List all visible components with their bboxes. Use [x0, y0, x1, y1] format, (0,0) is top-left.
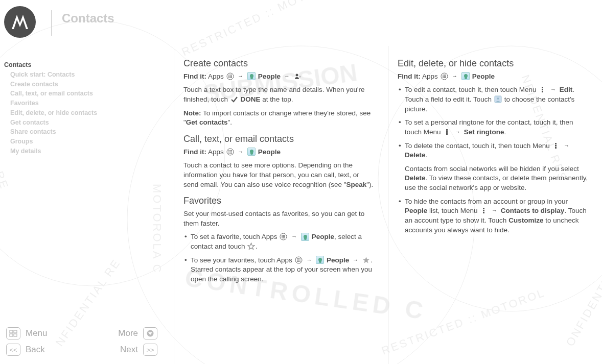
- menu-icon[interactable]: [6, 327, 20, 339]
- sidebar-item-groups[interactable]: Groups: [0, 137, 153, 147]
- main-content: Create contacts Find it: Apps → People →…: [174, 46, 602, 364]
- list-item: To see your favorites, touch Apps → Peop…: [183, 256, 375, 284]
- svg-point-66: [443, 77, 444, 78]
- svg-point-23: [231, 76, 232, 77]
- svg-point-38: [231, 153, 232, 154]
- findit-create: Find it: Apps → People → +: [183, 72, 375, 82]
- menu-label[interactable]: Menu: [26, 328, 48, 338]
- more-label[interactable]: More: [118, 328, 138, 338]
- text: To set a favorite, touch Apps: [191, 233, 279, 240]
- sidebar-item-share[interactable]: Share contacts: [0, 127, 153, 137]
- svg-rect-70: [542, 89, 543, 90]
- star-outline-icon: [247, 242, 255, 250]
- sidebar-item-create[interactable]: Create contacts: [0, 80, 153, 89]
- add-person-icon: +: [294, 72, 302, 80]
- svg-point-56: [297, 261, 298, 262]
- list-item: To set a personal ringtone for the conta…: [398, 118, 589, 137]
- sidebar-item-mydetails[interactable]: My details: [0, 147, 153, 156]
- svg-point-46: [282, 237, 283, 238]
- people-word: People: [327, 256, 349, 264]
- done-word: DONE: [241, 95, 261, 103]
- people-icon: [301, 233, 309, 241]
- ringtone-word: Set ringtone: [464, 128, 504, 136]
- svg-rect-13: [14, 330, 17, 333]
- column-right: Edit, delete, or hide contacts Find it: …: [388, 46, 602, 364]
- svg-point-40: [282, 235, 283, 236]
- apps-icon: [441, 72, 448, 80]
- svg-point-62: [445, 75, 446, 76]
- svg-point-61: [444, 75, 445, 76]
- svg-point-50: [297, 258, 298, 259]
- next-icon[interactable]: >>: [143, 344, 157, 356]
- call-p1: Touch a contact to see more options. Dep…: [183, 161, 375, 189]
- sidebar-item-contacts[interactable]: Contacts: [0, 60, 153, 70]
- svg-point-51: [298, 258, 299, 259]
- arrow-icon: →: [564, 142, 569, 150]
- svg-point-34: [229, 151, 230, 152]
- findit-call: Find it: Apps → People: [183, 148, 375, 157]
- footer-nav: Menu More << Back Next >>: [2, 325, 161, 358]
- apps-word: Apps: [208, 148, 224, 156]
- people-icon: [247, 72, 256, 80]
- sidebar-item-get[interactable]: Get contacts: [0, 118, 153, 128]
- create-p1: Touch a text box to type the name and de…: [183, 85, 375, 104]
- column-left: Create contacts Find it: Apps → People →…: [174, 46, 388, 364]
- text: To edit a contact, touch it, then touch …: [405, 86, 538, 93]
- sidebar-item-call[interactable]: Call, text, or email contacts: [0, 89, 153, 99]
- heading-create-contacts: Create contacts: [183, 57, 375, 70]
- svg-point-58: [299, 261, 300, 262]
- sidebar-item-favorites[interactable]: Favorites: [0, 99, 153, 108]
- svg-point-33: [228, 151, 229, 152]
- svg-point-20: [231, 75, 232, 76]
- edit-word: Edit: [560, 86, 573, 93]
- svg-rect-76: [446, 133, 448, 135]
- arrow-icon: →: [284, 72, 290, 80]
- page-title: Contacts: [62, 11, 114, 26]
- arrow-icon: →: [238, 72, 243, 80]
- menu-dots-icon: [552, 142, 560, 150]
- svg-rect-71: [542, 91, 543, 92]
- svg-rect-12: [10, 330, 13, 333]
- get-contacts-link[interactable]: Get contacts: [186, 118, 228, 126]
- sidebar-item-edit[interactable]: Edit, delete, or hide contacts: [0, 108, 153, 118]
- text: ").: [366, 181, 373, 188]
- back-label[interactable]: Back: [26, 345, 45, 355]
- more-icon[interactable]: [143, 327, 157, 339]
- people-icon: [316, 256, 324, 264]
- arrow-icon: →: [452, 72, 457, 80]
- menu-dots-icon: [480, 207, 488, 214]
- svg-point-27: [295, 74, 298, 76]
- heading-edit-contacts: Edit, delete, or hide contacts: [398, 57, 589, 70]
- svg-point-35: [231, 151, 232, 152]
- svg-rect-74: [446, 129, 448, 131]
- svg-point-42: [284, 235, 285, 236]
- people-word: People: [312, 233, 334, 240]
- list-item: To delete the contact, touch it, then to…: [398, 141, 589, 193]
- svg-point-48: [284, 237, 285, 238]
- findit-edit: Find it: Apps → People: [398, 72, 589, 82]
- delete-word: Delete: [405, 151, 426, 159]
- svg-point-25: [229, 77, 230, 78]
- next-label[interactable]: Next: [120, 345, 138, 355]
- svg-point-44: [283, 236, 284, 237]
- text: Touch a contact to see more options. Dep…: [183, 161, 359, 188]
- svg-rect-69: [542, 87, 543, 88]
- arrow-icon: →: [550, 86, 556, 93]
- people-icon: [247, 148, 256, 156]
- svg-point-57: [298, 261, 299, 262]
- text: ".: [228, 118, 233, 126]
- edit-list: To edit a contact, touch it, then touch …: [398, 85, 589, 235]
- svg-rect-81: [483, 210, 484, 211]
- star-filled-icon: [362, 256, 370, 264]
- svg-point-65: [445, 76, 446, 77]
- sidebar-item-quickstart[interactable]: Quick start: Contacts: [0, 70, 153, 80]
- svg-point-68: [445, 77, 446, 78]
- svg-point-52: [299, 258, 300, 259]
- arrow-icon: →: [455, 128, 460, 136]
- back-icon[interactable]: <<: [6, 344, 20, 356]
- svg-rect-14: [10, 334, 13, 336]
- speak-link[interactable]: Speak: [346, 181, 367, 188]
- arrow-icon: →: [492, 207, 497, 214]
- svg-point-21: [228, 76, 229, 77]
- svg-point-41: [283, 235, 284, 236]
